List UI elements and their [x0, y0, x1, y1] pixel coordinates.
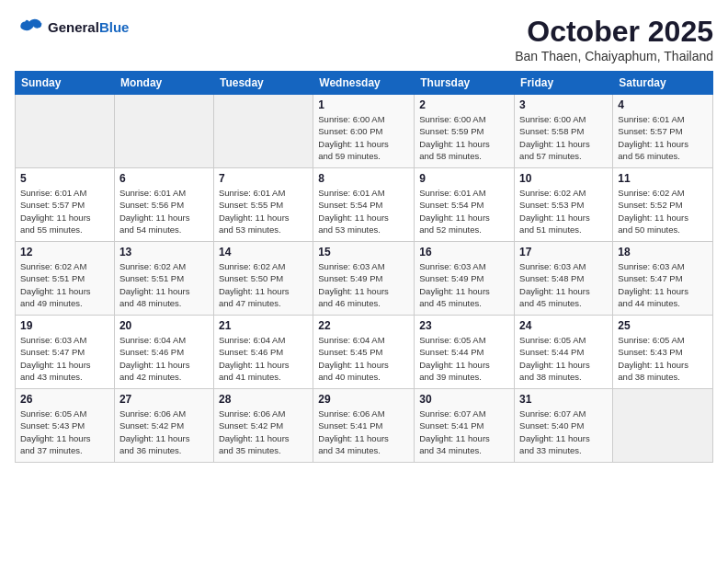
calendar-cell: 16Sunrise: 6:03 AM Sunset: 5:49 PM Dayli… — [415, 242, 515, 316]
calendar-cell: 20Sunrise: 6:04 AM Sunset: 5:46 PM Dayli… — [114, 316, 213, 389]
calendar-cell: 21Sunrise: 6:04 AM Sunset: 5:46 PM Dayli… — [213, 316, 313, 389]
week-row-2: 5Sunrise: 6:01 AM Sunset: 5:57 PM Daylig… — [16, 168, 713, 242]
day-info: Sunrise: 6:06 AM Sunset: 5:42 PM Dayligh… — [219, 408, 308, 456]
calendar-cell: 4Sunrise: 6:01 AM Sunset: 5:57 PM Daylig… — [613, 95, 713, 168]
day-number: 16 — [419, 246, 509, 259]
day-number: 8 — [318, 172, 409, 185]
logo-icon — [15, 15, 44, 40]
day-info: Sunrise: 6:03 AM Sunset: 5:47 PM Dayligh… — [20, 334, 109, 383]
calendar-cell: 30Sunrise: 6:07 AM Sunset: 5:41 PM Dayli… — [415, 389, 515, 463]
calendar-cell: 15Sunrise: 6:03 AM Sunset: 5:49 PM Dayli… — [313, 242, 415, 316]
day-number: 21 — [219, 319, 308, 332]
day-number: 23 — [419, 319, 509, 332]
day-header-wednesday: Wednesday — [313, 72, 415, 95]
day-info: Sunrise: 6:03 AM Sunset: 5:49 PM Dayligh… — [419, 260, 509, 309]
calendar-cell: 27Sunrise: 6:06 AM Sunset: 5:42 PM Dayli… — [114, 389, 213, 463]
day-number: 9 — [419, 172, 509, 185]
week-row-3: 12Sunrise: 6:02 AM Sunset: 5:51 PM Dayli… — [16, 242, 713, 316]
calendar-cell — [16, 95, 115, 168]
day-info: Sunrise: 6:05 AM Sunset: 5:44 PM Dayligh… — [519, 334, 608, 383]
day-number: 13 — [119, 246, 209, 259]
day-number: 11 — [618, 172, 708, 185]
day-number: 19 — [20, 319, 109, 332]
week-row-4: 19Sunrise: 6:03 AM Sunset: 5:47 PM Dayli… — [16, 316, 713, 389]
day-info: Sunrise: 6:07 AM Sunset: 5:41 PM Dayligh… — [419, 408, 509, 456]
day-number: 15 — [318, 246, 409, 259]
day-number: 1 — [318, 98, 409, 111]
day-number: 4 — [618, 98, 708, 111]
month-title: October 2025 — [515, 15, 713, 49]
day-number: 30 — [419, 393, 509, 406]
logo-blue-text: Blue — [99, 19, 130, 35]
day-info: Sunrise: 6:07 AM Sunset: 5:40 PM Dayligh… — [519, 408, 608, 456]
calendar-cell — [613, 389, 713, 463]
day-info: Sunrise: 6:03 AM Sunset: 5:49 PM Dayligh… — [318, 260, 409, 309]
day-number: 2 — [419, 98, 509, 111]
day-info: Sunrise: 6:03 AM Sunset: 5:48 PM Dayligh… — [519, 260, 608, 309]
calendar-cell: 14Sunrise: 6:02 AM Sunset: 5:50 PM Dayli… — [213, 242, 313, 316]
day-number: 24 — [519, 319, 608, 332]
calendar-cell: 29Sunrise: 6:06 AM Sunset: 5:41 PM Dayli… — [313, 389, 415, 463]
calendar-cell: 23Sunrise: 6:05 AM Sunset: 5:44 PM Dayli… — [415, 316, 515, 389]
day-info: Sunrise: 6:03 AM Sunset: 5:47 PM Dayligh… — [618, 260, 708, 309]
day-header-sunday: Sunday — [16, 72, 115, 95]
day-number: 29 — [318, 393, 409, 406]
day-info: Sunrise: 6:02 AM Sunset: 5:50 PM Dayligh… — [219, 260, 308, 309]
day-number: 17 — [519, 246, 608, 259]
calendar-cell: 7Sunrise: 6:01 AM Sunset: 5:55 PM Daylig… — [213, 168, 313, 242]
day-header-tuesday: Tuesday — [213, 72, 313, 95]
day-number: 7 — [219, 172, 308, 185]
day-info: Sunrise: 6:04 AM Sunset: 5:46 PM Dayligh… — [219, 334, 308, 383]
day-header-saturday: Saturday — [613, 72, 713, 95]
day-info: Sunrise: 6:02 AM Sunset: 5:53 PM Dayligh… — [519, 187, 608, 236]
calendar-cell: 5Sunrise: 6:01 AM Sunset: 5:57 PM Daylig… — [16, 168, 115, 242]
calendar-cell: 11Sunrise: 6:02 AM Sunset: 5:52 PM Dayli… — [613, 168, 713, 242]
logo-general: General — [48, 19, 99, 35]
calendar-cell: 13Sunrise: 6:02 AM Sunset: 5:51 PM Dayli… — [114, 242, 213, 316]
day-info: Sunrise: 6:01 AM Sunset: 5:54 PM Dayligh… — [318, 187, 409, 236]
day-number: 22 — [318, 319, 409, 332]
day-info: Sunrise: 6:06 AM Sunset: 5:42 PM Dayligh… — [119, 408, 209, 456]
day-header-friday: Friday — [515, 72, 613, 95]
day-info: Sunrise: 6:01 AM Sunset: 5:56 PM Dayligh… — [119, 187, 209, 236]
day-number: 25 — [618, 319, 708, 332]
day-number: 14 — [219, 246, 308, 259]
day-number: 3 — [519, 98, 608, 111]
title-block: October 2025 Ban Thaen, Chaiyaphum, Thai… — [515, 15, 713, 63]
header-row: SundayMondayTuesdayWednesdayThursdayFrid… — [16, 72, 713, 95]
day-info: Sunrise: 6:01 AM Sunset: 5:57 PM Dayligh… — [618, 113, 708, 162]
week-row-5: 26Sunrise: 6:05 AM Sunset: 5:43 PM Dayli… — [16, 389, 713, 463]
calendar-cell: 2Sunrise: 6:00 AM Sunset: 5:59 PM Daylig… — [415, 95, 515, 168]
day-info: Sunrise: 6:00 AM Sunset: 5:59 PM Dayligh… — [419, 113, 509, 162]
calendar-cell: 12Sunrise: 6:02 AM Sunset: 5:51 PM Dayli… — [16, 242, 115, 316]
day-number: 5 — [20, 172, 109, 185]
calendar-cell — [114, 95, 213, 168]
day-info: Sunrise: 6:05 AM Sunset: 5:43 PM Dayligh… — [618, 334, 708, 383]
calendar-cell: 18Sunrise: 6:03 AM Sunset: 5:47 PM Dayli… — [613, 242, 713, 316]
day-number: 26 — [20, 393, 109, 406]
day-number: 28 — [219, 393, 308, 406]
calendar-cell: 24Sunrise: 6:05 AM Sunset: 5:44 PM Dayli… — [515, 316, 613, 389]
calendar-cell: 10Sunrise: 6:02 AM Sunset: 5:53 PM Dayli… — [515, 168, 613, 242]
day-info: Sunrise: 6:02 AM Sunset: 5:51 PM Dayligh… — [20, 260, 109, 309]
day-info: Sunrise: 6:01 AM Sunset: 5:55 PM Dayligh… — [219, 187, 308, 236]
day-info: Sunrise: 6:00 AM Sunset: 5:58 PM Dayligh… — [519, 113, 608, 162]
day-number: 6 — [119, 172, 209, 185]
calendar-cell: 8Sunrise: 6:01 AM Sunset: 5:54 PM Daylig… — [313, 168, 415, 242]
calendar-cell: 19Sunrise: 6:03 AM Sunset: 5:47 PM Dayli… — [16, 316, 115, 389]
day-number: 18 — [618, 246, 708, 259]
location: Ban Thaen, Chaiyaphum, Thailand — [515, 49, 713, 63]
page-header: GeneralBlue October 2025 Ban Thaen, Chai… — [15, 15, 713, 63]
day-info: Sunrise: 6:06 AM Sunset: 5:41 PM Dayligh… — [318, 408, 409, 456]
calendar-cell: 22Sunrise: 6:04 AM Sunset: 5:45 PM Dayli… — [313, 316, 415, 389]
day-info: Sunrise: 6:01 AM Sunset: 5:54 PM Dayligh… — [419, 187, 509, 236]
week-row-1: 1Sunrise: 6:00 AM Sunset: 6:00 PM Daylig… — [16, 95, 713, 168]
day-header-monday: Monday — [114, 72, 213, 95]
day-number: 10 — [519, 172, 608, 185]
calendar-cell: 17Sunrise: 6:03 AM Sunset: 5:48 PM Dayli… — [515, 242, 613, 316]
day-number: 20 — [119, 319, 209, 332]
day-number: 12 — [20, 246, 109, 259]
calendar-table: SundayMondayTuesdayWednesdayThursdayFrid… — [15, 71, 713, 463]
day-info: Sunrise: 6:02 AM Sunset: 5:52 PM Dayligh… — [618, 187, 708, 236]
day-info: Sunrise: 6:01 AM Sunset: 5:57 PM Dayligh… — [20, 187, 109, 236]
